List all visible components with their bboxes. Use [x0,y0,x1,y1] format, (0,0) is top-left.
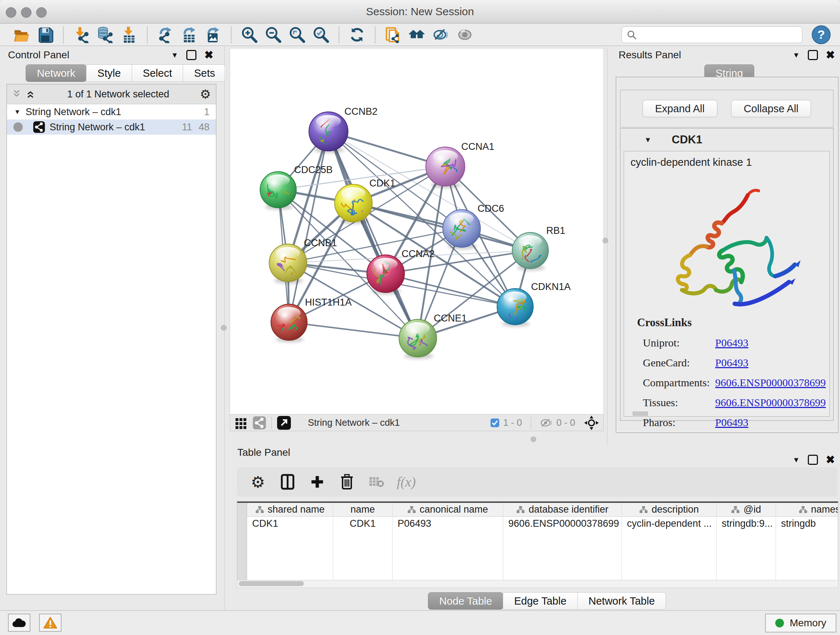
zoom-fit-button[interactable] [285,25,309,44]
table-float-icon[interactable] [808,455,818,465]
zoom-out-button[interactable] [261,25,285,44]
node-result-header[interactable]: ▼ CDK1 [621,128,833,151]
table-cell[interactable]: P06493 [393,516,503,530]
search-input[interactable] [622,27,802,43]
node-label-CDC25B: CDC25B [294,165,333,175]
zoom-in-button[interactable] [237,25,261,44]
results-float-icon[interactable] [808,50,818,60]
network-tree-row[interactable]: ▼String Network – cdk11 [7,104,216,119]
tab-sets[interactable]: Sets [183,65,226,82]
open-in-new-window-icon[interactable] [277,416,291,430]
tab-node-table[interactable]: Node Table [428,592,503,610]
close-panel-icon[interactable]: ✖ [204,51,213,59]
table-cell[interactable]: CDK1 [333,516,392,530]
export-network-icon [157,27,174,43]
zoom-selected-button[interactable] [309,25,333,44]
warning-button[interactable] [39,614,62,632]
results-menu-icon[interactable]: ▼ [793,51,800,59]
export-image-button[interactable] [201,25,225,44]
crosslink-link[interactable]: 9606.ENSP00000378699 [715,396,826,409]
network-icon-gray[interactable] [253,416,266,430]
edge-CCNB2-HIST1H1A[interactable] [289,131,328,322]
node-description: cyclin-dependent kinase 1 [624,151,829,168]
crosslink-link[interactable]: 9606.ENSP00000378699 [715,377,826,389]
node-RB1[interactable]: RB1 [512,225,565,271]
collapse-all-button[interactable]: Collapse All [731,100,812,117]
network-tree-row[interactable]: String Network – cdk11148 [7,119,216,135]
panel-menu-icon[interactable]: ▼ [171,51,178,59]
cloud-button[interactable] [8,614,30,632]
table-cell[interactable]: CDK1 [247,516,333,530]
column-header[interactable]: shared name [247,503,333,516]
delete-table-icon [366,472,387,492]
node-HIST1H1A[interactable]: HIST1H1A [269,297,352,342]
crosslink-link[interactable]: P06493 [715,416,748,429]
table-cell[interactable]: 9606.ENSP00000378699 [503,516,622,530]
table-cell[interactable]: cyclin-dependent ... [622,516,716,530]
node-CDC25B[interactable]: CDC25B [253,165,333,210]
help-button[interactable]: ? [812,25,831,44]
nested-networks-button[interactable] [405,25,429,44]
delete-column-icon[interactable] [337,472,357,492]
show-columns-icon[interactable] [278,472,298,492]
table-hscrollbar[interactable] [237,580,838,588]
collapse-all-icon[interactable] [12,89,23,99]
column-header[interactable]: @id [717,503,775,516]
show-panels-button[interactable] [453,25,477,44]
column-header[interactable]: database identifier [503,503,622,516]
hide-panels-button[interactable] [429,25,453,44]
section-collapse-icon[interactable]: ▼ [644,136,652,144]
copy-network-button[interactable] [381,25,405,44]
node-label-CCNE1: CCNE1 [434,313,467,324]
expand-all-icon[interactable] [26,89,36,99]
node-CDC6[interactable]: CDC6 [443,203,504,249]
right-splitter-handle[interactable] [603,238,608,243]
column-header-label: @id [744,504,761,515]
table-close-icon[interactable]: ✖ [826,456,835,464]
table-hscrollbar-thumb[interactable] [239,581,304,586]
column-header[interactable]: name [333,503,392,516]
network-options-gear-icon[interactable]: ⚙ [200,87,211,101]
export-table-button[interactable] [177,25,201,44]
network-canvas[interactable]: CCNB2 CCNA1 CDC25B CDK1 CDC6 RB1 CCNB1 C… [230,48,604,415]
table-settings-gear-icon[interactable]: ⚙ [248,472,268,492]
table-cell[interactable]: stringdb [776,516,838,530]
grid-view-icon[interactable] [234,416,248,429]
column-header[interactable]: namespace [776,503,838,516]
refresh-layout-button[interactable] [345,25,369,44]
tree-expander-icon[interactable]: ▼ [14,108,21,116]
table-cell[interactable]: stringdb:9... [717,516,775,530]
selected-checkbox-icon[interactable] [490,418,500,428]
left-splitter-handle[interactable] [221,325,226,331]
tab-network[interactable]: Network [26,65,87,82]
node-CCNB2[interactable]: CCNB2 [309,106,378,154]
edge-HIST1H1A-CCNE1[interactable] [289,322,418,338]
tab-network-table[interactable]: Network Table [577,592,666,610]
crosslink-link[interactable]: P06493 [715,337,748,349]
results-scrollbar-thumb[interactable] [633,412,648,416]
results-close-icon[interactable]: ✖ [826,51,835,59]
import-table-button[interactable] [117,25,141,44]
node-CDKN1A[interactable]: CDKN1A [497,281,571,327]
crosslink-link[interactable]: P06493 [715,356,748,369]
add-column-icon[interactable] [307,472,327,492]
tab-select[interactable]: Select [132,65,183,82]
zoom-in-icon [241,27,257,43]
export-network-button[interactable] [153,25,177,44]
zoom-fit-icon [289,27,305,43]
birds-eye-crosshair-icon[interactable] [584,415,599,431]
tab-style[interactable]: Style [86,65,132,82]
column-header[interactable]: description [622,503,716,516]
import-network-database-button[interactable] [93,25,117,44]
save-session-button[interactable] [33,25,57,44]
tab-edge-table[interactable]: Edge Table [503,592,578,610]
float-panel-icon[interactable] [186,50,196,60]
open-session-button[interactable] [9,25,33,44]
table-toolbar: ⚙ f(x) [237,467,837,497]
import-network-file-button[interactable] [69,25,93,44]
expand-all-button[interactable]: Expand All [643,100,717,117]
column-header[interactable]: canonical name [393,503,503,516]
table-menu-icon[interactable]: ▼ [793,456,800,464]
memory-button[interactable]: Memory [765,614,836,632]
bottom-splitter-handle[interactable] [531,437,536,442]
